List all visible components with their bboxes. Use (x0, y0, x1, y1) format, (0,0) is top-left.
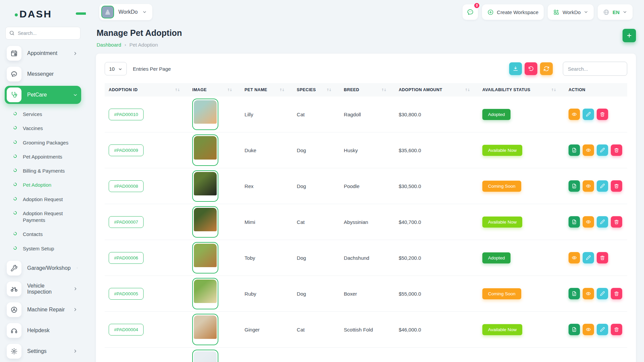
edit-button[interactable] (597, 180, 608, 192)
workdo-menu-label: WorkDo (562, 9, 581, 15)
sort-icon[interactable]: ↑↓ (279, 88, 288, 92)
column-header-adoption-id[interactable]: ADOPTION ID↑↓ (105, 83, 188, 97)
create-workspace-button[interactable]: Create Workspace (482, 4, 544, 20)
invoice-button[interactable] (569, 216, 580, 228)
column-header-breed[interactable]: BREED↑↓ (340, 83, 395, 97)
sidebar-subitem-label: Vaccines (23, 125, 43, 132)
view-button[interactable] (569, 252, 580, 263)
sidebar-subitem-adoption-request[interactable]: Adoption Request (4, 192, 82, 206)
column-header-image[interactable]: IMAGE↑↓ (188, 83, 240, 97)
cell-availability-status: Coming Soon (478, 276, 565, 312)
entries-per-page-select[interactable]: 10 (105, 62, 127, 75)
language-selector[interactable]: EN (598, 4, 633, 20)
sidebar-subitem-system-setup[interactable]: System Setup (4, 242, 82, 256)
delete-button[interactable] (611, 288, 622, 299)
view-button[interactable] (583, 216, 594, 228)
status-badge: Available Now (482, 145, 522, 156)
sidebar-subitem-label: Adoption Request (23, 196, 63, 203)
view-button[interactable] (583, 288, 594, 299)
adoption-table-card: 10 Entries Per Page (96, 54, 636, 362)
delete-button[interactable] (611, 324, 622, 335)
sidebar-subitem-contacts[interactable]: Contacts (4, 227, 82, 241)
edit-button[interactable] (583, 252, 594, 263)
sidebar-subitem-adoption-request-payments[interactable]: Adoption Request Payments (4, 206, 82, 228)
sidebar-subitem-vaccines[interactable]: Vaccines (4, 121, 82, 135)
invoice-button[interactable] (569, 324, 580, 335)
edit-button[interactable] (597, 144, 608, 156)
sort-icon[interactable]: ↑↓ (551, 88, 560, 92)
delete-button[interactable] (611, 216, 622, 228)
cell-breed: Husky (340, 132, 395, 168)
workdo-menu-button[interactable]: WorkDo (548, 4, 594, 20)
topbar: WorkDo 0 Create Workspace (86, 0, 644, 20)
sort-icon[interactable]: ↑↓ (381, 88, 390, 92)
sidebar-subitem-grooming-packages[interactable]: Grooming Packages (4, 136, 82, 150)
sidebar-item-label: PetCare (27, 92, 47, 98)
view-button[interactable] (583, 180, 594, 192)
sidebar-subitem-billing-payments[interactable]: Billing & Payments (4, 164, 82, 178)
workspace-selector[interactable]: WorkDo (99, 4, 152, 20)
download-icon (513, 66, 519, 72)
column-header-adoption-amount[interactable]: ADOPTION AMOUNT↑↓ (395, 83, 478, 97)
chat-icon (7, 67, 21, 81)
edit-button[interactable] (597, 288, 608, 299)
column-header-action[interactable]: ACTION (565, 83, 627, 97)
file-icon (572, 219, 577, 225)
breadcrumb-dashboard-link[interactable]: Dashboard (97, 42, 121, 48)
edit-button[interactable] (583, 109, 594, 120)
table-row-partial (105, 348, 627, 362)
export-button[interactable] (509, 62, 522, 75)
column-header-species[interactable]: SPECIES↑↓ (293, 83, 340, 97)
delete-button[interactable] (597, 252, 608, 263)
sidebar-item-appointment[interactable]: Appointment (5, 44, 81, 62)
sidebar-subitem-services[interactable]: Services (4, 107, 82, 121)
invoice-button[interactable] (569, 180, 580, 192)
column-header-pet-name[interactable]: PET NAME↑↓ (240, 83, 293, 97)
cell-empty (565, 348, 627, 362)
sidebar-item-settings[interactable]: Settings (5, 342, 81, 360)
sidebar-item-helpdesk[interactable]: Helpdesk (5, 321, 81, 340)
view-button[interactable] (583, 324, 594, 335)
delete-button[interactable] (611, 144, 622, 156)
trash-icon (614, 147, 619, 153)
cell-image (188, 312, 240, 348)
sort-icon[interactable]: ↑↓ (175, 88, 184, 92)
file-icon (572, 147, 577, 153)
messages-button[interactable]: 0 (463, 4, 478, 20)
cell-pet-name: Toby (240, 240, 293, 276)
sort-icon[interactable]: ↑↓ (465, 88, 474, 92)
cell-adoption-id: #PAD00010 (105, 97, 188, 132)
eye-icon (586, 219, 591, 225)
view-button[interactable] (583, 144, 594, 156)
invoice-button[interactable] (569, 288, 580, 299)
column-header-availability-status[interactable]: AVAILABILITY STATUS↑↓ (478, 83, 565, 97)
status-badge: Available Now (482, 217, 522, 228)
sort-icon[interactable]: ↑↓ (227, 88, 236, 92)
sort-icon[interactable]: ↑↓ (326, 88, 336, 92)
invoice-button[interactable] (569, 144, 580, 156)
undo-button[interactable] (525, 62, 537, 75)
bullet-icon (13, 210, 17, 215)
sidebar-subitem-pet-appointments[interactable]: Pet Appointments (4, 150, 82, 164)
sidebar-item-petcare[interactable]: PetCare (5, 86, 81, 104)
cell-adoption-id: #PAD00008 (105, 168, 188, 204)
bullet-icon (13, 125, 17, 130)
pet-photo (194, 208, 217, 231)
refresh-button[interactable] (540, 62, 553, 75)
delete-button[interactable] (611, 180, 622, 192)
sidebar-subitem-pet-adoption[interactable]: Pet Adoption (4, 178, 82, 192)
sidebar-item-messenger[interactable]: Messenger (5, 65, 81, 83)
chevron-down-icon (118, 67, 122, 71)
cell-species: Cat (293, 312, 340, 348)
sidebar-search-input[interactable] (5, 27, 80, 40)
sidebar-item-machine-repair[interactable]: Machine Repair (5, 301, 81, 319)
table-search-input[interactable] (563, 62, 627, 76)
edit-button[interactable] (597, 324, 608, 335)
plus-icon (626, 33, 632, 39)
sidebar-item-garage-workshop[interactable]: Garage/Workshop (5, 259, 81, 277)
add-adoption-button[interactable] (623, 29, 636, 42)
view-button[interactable] (569, 109, 580, 120)
delete-button[interactable] (597, 109, 608, 120)
edit-button[interactable] (597, 216, 608, 228)
sidebar-item-vehicle-inspection[interactable]: Vehicle Inspection (5, 280, 81, 298)
